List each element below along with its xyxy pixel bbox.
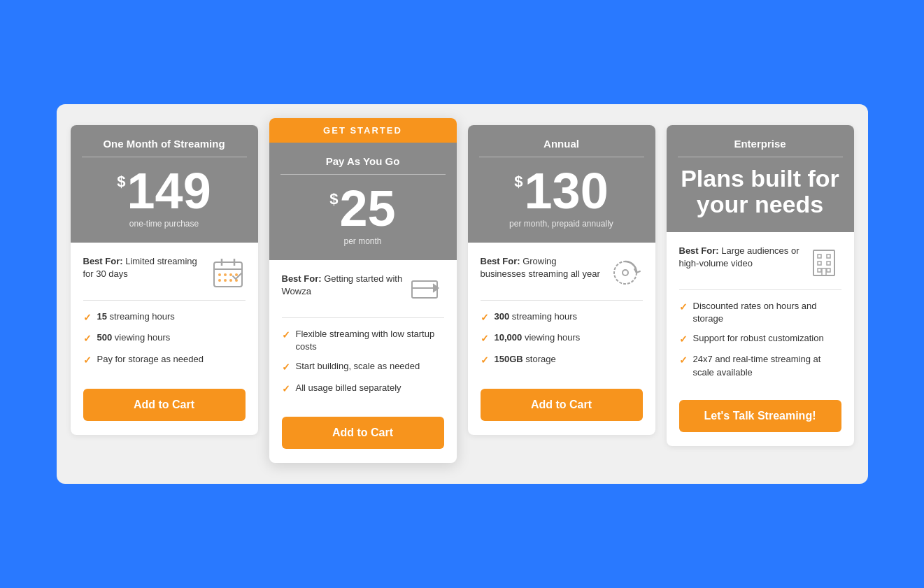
price-amount-annual: 130	[525, 166, 609, 216]
svg-rect-20	[818, 261, 821, 265]
feature-item-pay-as-you-go-0: ✓Flexible streaming with low startup cos…	[282, 328, 444, 353]
plan-title-one-month: One Month of Streaming	[82, 138, 247, 157]
plan-icon-one-month	[211, 255, 246, 290]
best-for-text-enterprise: Best For: Large audiences or high-volume…	[679, 245, 801, 270]
plan-header-enterprise: EnterprisePlans built for your needs	[667, 125, 854, 232]
features-list-one-month: ✓15 streaming hours✓500 viewing hours✓Pa…	[83, 310, 246, 375]
cta-button-annual[interactable]: Add to Cart	[481, 389, 643, 421]
svg-rect-16	[813, 250, 834, 275]
plan-price-wrapper-annual: $130	[479, 166, 644, 216]
price-amount-pay-as-you-go: 25	[340, 183, 396, 234]
feature-text-annual-0: 300 streaming hours	[495, 310, 578, 323]
plan-card-annual: Annual$130per month, prepaid annuallyBes…	[468, 125, 655, 435]
price-symbol-annual: $	[514, 173, 523, 191]
plan-title-enterprise: Enterprise	[678, 138, 843, 157]
feature-item-pay-as-you-go-1: ✓Start building, scale as needed	[282, 360, 444, 375]
check-icon-one-month-2: ✓	[83, 354, 92, 368]
plan-icon-enterprise	[806, 245, 841, 280]
cta-button-one-month[interactable]: Add to Cart	[83, 389, 246, 421]
svg-point-9	[224, 279, 227, 282]
feature-text-one-month-1: 500 viewing hours	[97, 331, 171, 344]
price-period-pay-as-you-go: per month	[280, 236, 446, 246]
plan-header-pay-as-you-go: Pay As You Go$25per month	[269, 143, 457, 260]
plan-card-one-month: One Month of Streaming$149one-time purch…	[71, 125, 258, 435]
check-icon-one-month-1: ✓	[83, 332, 92, 346]
price-period-one-month: one-time purchase	[82, 219, 247, 229]
svg-point-4	[218, 273, 221, 276]
svg-rect-24	[822, 268, 826, 275]
feature-item-one-month-0: ✓15 streaming hours	[83, 310, 246, 325]
plan-header-one-month: One Month of Streaming$149one-time purch…	[71, 125, 258, 243]
check-icon-enterprise-2: ✓	[679, 354, 688, 368]
plan-body-pay-as-you-go: Best For: Getting started with Wowza ✓Fl…	[269, 260, 457, 464]
svg-rect-18	[818, 254, 821, 258]
feature-item-one-month-2: ✓Pay for storage as needed	[83, 353, 246, 368]
feature-text-pay-as-you-go-0: Flexible streaming with low startup cost…	[296, 328, 444, 353]
svg-rect-0	[214, 262, 242, 287]
feature-text-annual-1: 10,000 viewing hours	[495, 331, 581, 344]
best-for-section-enterprise: Best For: Large audiences or high-volume…	[679, 245, 841, 290]
best-for-section-pay-as-you-go: Best For: Getting started with Wowza	[282, 273, 444, 318]
pricing-grid: One Month of Streaming$149one-time purch…	[71, 125, 854, 464]
feature-text-pay-as-you-go-2: All usage billed separately	[296, 382, 401, 394]
feature-text-enterprise-2: 24x7 and real-time streaming at scale av…	[693, 353, 841, 378]
check-icon-pay-as-you-go-2: ✓	[282, 382, 290, 396]
feature-text-one-month-2: Pay for storage as needed	[97, 353, 204, 366]
plan-price-wrapper-pay-as-you-go: $25	[280, 183, 446, 234]
best-for-section-annual: Best For: Growing businesses streaming a…	[481, 255, 643, 301]
svg-rect-19	[827, 254, 830, 258]
cta-button-enterprise[interactable]: Let's Talk Streaming!	[679, 400, 841, 432]
price-symbol-one-month: $	[117, 173, 125, 191]
svg-point-8	[218, 279, 221, 282]
feature-item-enterprise-1: ✓Support for robust customization	[679, 332, 841, 347]
check-icon-pay-as-you-go-0: ✓	[282, 329, 290, 343]
plan-icon-annual	[608, 255, 643, 290]
plan-body-enterprise: Best For: Large audiences or high-volume…	[667, 232, 854, 446]
feature-text-one-month-0: 15 streaming hours	[97, 310, 175, 323]
feature-text-enterprise-0: Discounted rates on hours and storage	[693, 300, 841, 325]
feature-item-enterprise-2: ✓24x7 and real-time streaming at scale a…	[679, 353, 841, 378]
feature-item-annual-2: ✓150GB storage	[481, 353, 643, 368]
check-icon-enterprise-1: ✓	[679, 333, 688, 347]
plan-icon-pay-as-you-go	[409, 273, 444, 308]
svg-rect-23	[827, 268, 830, 272]
feature-item-one-month-1: ✓500 viewing hours	[83, 331, 246, 346]
price-amount-one-month: 149	[127, 166, 211, 216]
check-icon-annual-1: ✓	[481, 332, 489, 346]
feature-text-enterprise-1: Support for robust customization	[693, 332, 824, 345]
svg-rect-22	[818, 268, 821, 272]
svg-point-5	[224, 273, 227, 276]
price-symbol-pay-as-you-go: $	[329, 190, 338, 208]
feature-item-enterprise-0: ✓Discounted rates on hours and storage	[679, 300, 841, 325]
check-icon-annual-0: ✓	[481, 311, 489, 325]
plan-header-annual: Annual$130per month, prepaid annually	[468, 125, 655, 243]
svg-point-15	[623, 270, 628, 275]
svg-rect-21	[827, 261, 830, 265]
feature-text-pay-as-you-go-1: Start building, scale as needed	[296, 360, 420, 373]
feature-item-pay-as-you-go-2: ✓All usage billed separately	[282, 382, 444, 396]
plan-body-one-month: Best For: Limited streaming for 30 days …	[71, 243, 258, 435]
plan-card-pay-as-you-go: GET STARTEDPay As You Go$25per monthBest…	[269, 118, 457, 464]
features-list-enterprise: ✓Discounted rates on hours and storage✓S…	[679, 300, 841, 386]
features-list-pay-as-you-go: ✓Flexible streaming with low startup cos…	[282, 328, 444, 403]
svg-point-7	[235, 273, 238, 276]
check-icon-annual-2: ✓	[481, 354, 489, 368]
price-text-enterprise: Plans built for your needs	[678, 166, 843, 218]
price-period-annual: per month, prepaid annually	[479, 219, 644, 229]
page-wrapper: One Month of Streaming$149one-time purch…	[57, 104, 868, 485]
plan-banner-pay-as-you-go: GET STARTED	[269, 118, 457, 143]
feature-item-annual-0: ✓300 streaming hours	[481, 310, 643, 325]
svg-point-10	[229, 279, 232, 282]
cta-button-pay-as-you-go[interactable]: Add to Cart	[282, 417, 444, 449]
feature-text-annual-2: 150GB storage	[495, 353, 556, 366]
plan-price-wrapper-one-month: $149	[82, 166, 247, 216]
best-for-text-one-month: Best For: Limited streaming for 30 days	[83, 255, 205, 280]
plan-title-annual: Annual	[479, 138, 644, 157]
plan-title-pay-as-you-go: Pay As You Go	[280, 155, 446, 175]
plan-card-enterprise: EnterprisePlans built for your needsBest…	[667, 125, 854, 446]
plan-body-annual: Best For: Growing businesses streaming a…	[468, 243, 655, 435]
svg-point-6	[229, 273, 232, 276]
feature-item-annual-1: ✓10,000 viewing hours	[481, 331, 643, 346]
features-list-annual: ✓300 streaming hours✓10,000 viewing hour…	[481, 310, 643, 375]
check-icon-pay-as-you-go-1: ✓	[282, 361, 290, 375]
